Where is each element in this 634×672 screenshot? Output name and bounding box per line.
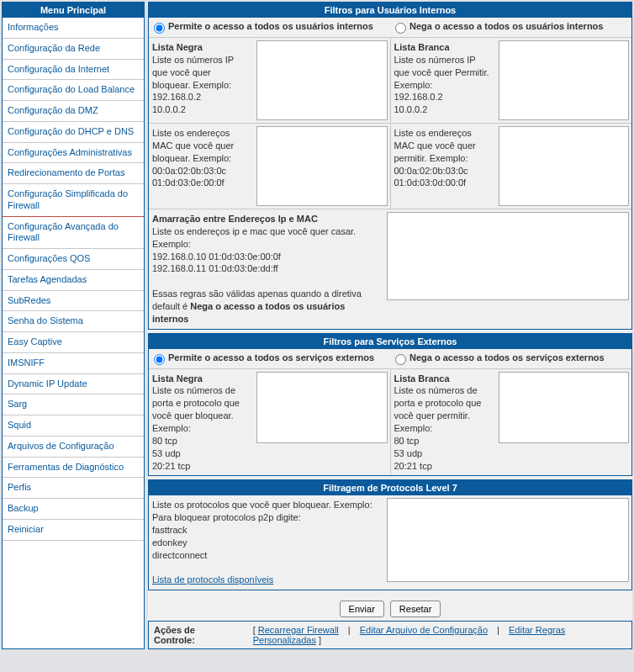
sidebar-item-dyn-ip[interactable]: Dynamic IP Update [3, 374, 144, 395]
radio-externos-deny-input[interactable] [395, 354, 406, 365]
radio-internos-deny[interactable]: Nega o acesso a todos os usuários intern… [390, 18, 631, 37]
sidebar-title: Menu Principal [3, 3, 144, 18]
radio-externos-allow[interactable]: Permite o acesso a todos os serviços ext… [149, 349, 390, 368]
control-label: Ações de Controle: [154, 625, 228, 645]
panel-l7: Filtragem de Protocols Level 7 Liste os … [148, 479, 632, 590]
radio-externos-deny[interactable]: Nega o acesso a todos os serviços extern… [390, 349, 631, 368]
textarea-ext-white[interactable] [499, 372, 630, 443]
sidebar-item-imsniff[interactable]: IMSNIFF [3, 353, 144, 374]
radio-internos-deny-label: Nega o acesso a todos os usuários intern… [409, 21, 603, 31]
radio-internos-allow[interactable]: Permite o acesso a todos os usuários int… [149, 18, 390, 37]
sidebar-item-restart[interactable]: Reiniciar [3, 520, 144, 541]
button-row: Enviar Resetar [148, 594, 632, 621]
sidebar-item-diag[interactable]: Ferramentas de Diagnóstico [3, 458, 144, 479]
radio-internos-allow-input[interactable] [154, 23, 165, 34]
sidebar-item-profiles[interactable]: Perfis [3, 478, 144, 499]
sidebar-item-firewall-simple[interactable]: Configuração Simplificada do Firewall [3, 184, 144, 217]
sidebar-item-rede[interactable]: Configuração da Rede [3, 39, 144, 60]
panel-l7-header: Filtragem de Protocols Level 7 [149, 480, 631, 495]
radio-internos-deny-input[interactable] [395, 23, 406, 34]
sidebar-item-conf-files[interactable]: Arquivos de Configuração [3, 437, 144, 458]
sidebar-item-sarg[interactable]: Sarg [3, 394, 144, 415]
textarea-white-ip[interactable] [499, 40, 630, 120]
sidebar-item-squid[interactable]: Squid [3, 415, 144, 437]
textarea-ipmac[interactable] [387, 212, 629, 300]
panel-internos-header: Filtros para Usuários Internos [149, 3, 631, 18]
link-reload-firewall[interactable]: Recarregar Firewall [258, 625, 339, 635]
label-black-ip: Lista Negra Liste os números IP que você… [149, 38, 254, 123]
textarea-ext-black[interactable] [256, 372, 388, 443]
label-ext-black: Lista Negra Liste os números de porta e … [149, 369, 254, 476]
sidebar-item-load-balance[interactable]: Configuração do Load Balance [3, 80, 144, 101]
label-ext-white: Lista Branca Liste os números de porta e… [391, 369, 496, 476]
link-edit-conf[interactable]: Editar Arquivo de Configuração [360, 625, 488, 635]
textarea-black-mac[interactable] [256, 126, 388, 206]
label-white-mac: Liste os endereços MAC que você quer per… [391, 124, 496, 209]
sidebar: Menu Principal Informações Configuração … [2, 2, 145, 649]
radio-externos-allow-label: Permite o acesso a todos os serviços ext… [168, 352, 374, 362]
sidebar-item-password[interactable]: Senha do Sistema [3, 311, 144, 332]
control-links: [ Recarregar Firewall | Editar Arquivo d… [253, 625, 626, 645]
submit-button[interactable]: Enviar [340, 601, 384, 617]
label-ipmac: Amarração entre Endereços Ip e MAC Liste… [149, 209, 384, 329]
reset-button[interactable]: Resetar [390, 601, 441, 617]
link-l7-protocols[interactable]: Lista de protocols disponíveis [152, 574, 273, 585]
main-content: Filtros para Usuários Internos Permite o… [148, 2, 632, 649]
textarea-black-ip[interactable] [256, 40, 388, 120]
sidebar-item-admin[interactable]: Configurações Administrativas [3, 143, 144, 164]
sidebar-item-ports[interactable]: Redirecionamento de Portas [3, 163, 144, 184]
control-actions: Ações de Controle: [ Recarregar Firewall… [148, 621, 632, 649]
radio-externos-allow-input[interactable] [154, 354, 165, 365]
textarea-white-mac[interactable] [499, 126, 630, 206]
sidebar-item-easy-captive[interactable]: Easy Captive [3, 332, 144, 353]
sidebar-item-tasks[interactable]: Tarefas Agendadas [3, 270, 144, 291]
sidebar-item-dhcp-dns[interactable]: Configuração do DHCP e DNS [3, 122, 144, 143]
textarea-l7[interactable] [387, 498, 629, 582]
label-black-mac: Liste os endereços MAC que você quer blo… [149, 124, 254, 209]
label-l7: Liste os protocolos que você quer bloque… [149, 495, 384, 590]
sidebar-item-dmz[interactable]: Configuração da DMZ [3, 101, 144, 122]
sidebar-item-firewall-adv[interactable]: Configuração Avançada do Firewall [3, 217, 144, 250]
sidebar-item-internet[interactable]: Configuração da Internet [3, 60, 144, 81]
panel-externos-header: Filtros para Serviços Externos [149, 334, 631, 349]
panel-internos: Filtros para Usuários Internos Permite o… [148, 2, 632, 330]
panel-externos: Filtros para Serviços Externos Permite o… [148, 333, 632, 477]
sidebar-item-info[interactable]: Informações [3, 18, 144, 39]
sidebar-item-qos[interactable]: Configurações QOS [3, 249, 144, 270]
label-white-ip: Lista Branca Liste os números IP que voc… [391, 38, 496, 123]
sidebar-item-backup[interactable]: Backup [3, 499, 144, 520]
radio-externos-deny-label: Nega o acesso a todos os serviços extern… [409, 352, 605, 362]
radio-internos-allow-label: Permite o acesso a todos os usuários int… [168, 21, 373, 31]
sidebar-item-subnets[interactable]: SubRedes [3, 291, 144, 312]
